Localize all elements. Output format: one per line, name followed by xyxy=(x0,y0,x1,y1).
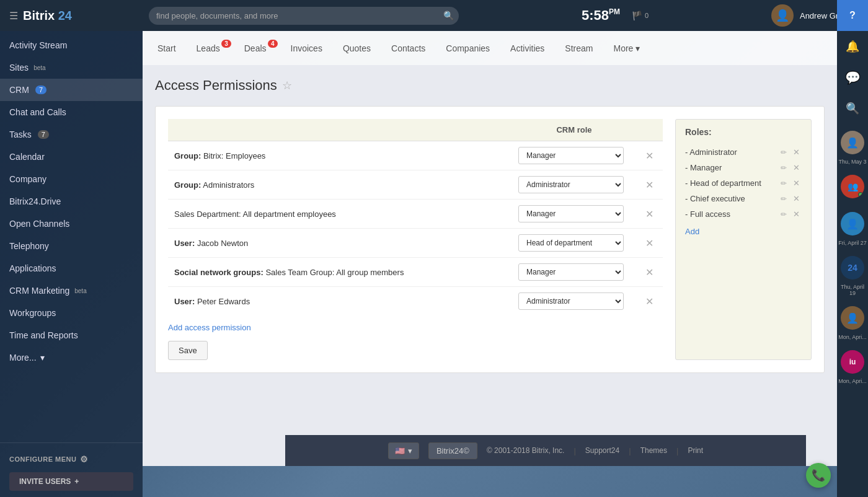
role-select-5[interactable]: Manager Administrator Head of department… xyxy=(518,263,624,281)
sidebar-item-open-channels[interactable]: Open Channels xyxy=(0,213,143,235)
phone-button[interactable]: 📞 xyxy=(806,463,831,488)
top-header: ☰ Bitrix 24 🔍 5:58PM 🏴 0 👤 Andrew Griffi… xyxy=(0,0,868,31)
header-center: 5:58PM 🏴 0 xyxy=(459,7,771,24)
save-button[interactable]: Save xyxy=(168,341,208,360)
remove-button-1[interactable]: ✕ xyxy=(642,149,657,163)
activity-item-2[interactable]: 👥 xyxy=(837,168,868,205)
remove-button-6[interactable]: ✕ xyxy=(642,294,657,309)
role-remove-button-1[interactable]: ✕ xyxy=(791,147,802,157)
remove-button-5[interactable]: ✕ xyxy=(642,265,657,279)
role-list-item-1: - Administrator ✏ ✕ xyxy=(685,144,802,160)
role-select-3[interactable]: Manager Administrator Head of department… xyxy=(518,205,624,222)
activity-date-4: Thu, April 19 xyxy=(837,284,868,296)
sidebar: Activity Stream Sites beta CRM 7 Chat an… xyxy=(0,31,143,497)
phone-icon: 📞 xyxy=(812,468,825,482)
nav-label-quotes: Quotes xyxy=(343,43,371,53)
role-edit-button-3[interactable]: ✏ xyxy=(779,178,789,188)
invite-users-button[interactable]: INVITE USERS + xyxy=(9,472,133,491)
sidebar-label-applications: Applications xyxy=(9,263,56,273)
search-button[interactable]: 🔍 xyxy=(443,11,454,20)
sidebar-item-bitrix-drive[interactable]: Bitrix24.Drive xyxy=(0,190,143,213)
nav-label-deals: Deals xyxy=(244,43,267,53)
nav-item-stream[interactable]: Stream xyxy=(556,38,601,58)
table-row: User: Jacob Newton Manager Administrator… xyxy=(168,229,663,258)
nav-item-activities[interactable]: Activities xyxy=(502,38,553,58)
remove-button-2[interactable]: ✕ xyxy=(642,178,657,192)
role-select-1[interactable]: Manager Administrator Head of department… xyxy=(518,147,624,164)
sidebar-label-chat-calls: Chat and Calls xyxy=(9,107,66,117)
sidebar-item-telephony[interactable]: Telephony xyxy=(0,235,143,257)
table-header-role: CRM role xyxy=(512,119,636,141)
notif-count: 0 xyxy=(645,12,649,19)
footer-support-link[interactable]: Support24 xyxy=(585,446,619,455)
role-select-4[interactable]: Manager Administrator Head of department… xyxy=(518,234,624,252)
add-permission-link[interactable]: Add access permission xyxy=(168,323,251,332)
role-edit-button-4[interactable]: ✏ xyxy=(779,194,789,204)
nav-item-leads[interactable]: Leads 3 xyxy=(188,38,232,58)
role-edit-button-1[interactable]: ✏ xyxy=(779,147,789,157)
role-edit-button-2[interactable]: ✏ xyxy=(779,163,789,173)
table-header-subject xyxy=(168,119,512,141)
nav-more-button[interactable]: More ▾ xyxy=(604,38,649,58)
notifications-icon-button[interactable]: 🔔 xyxy=(837,31,868,62)
activity-date-5: Mon, Apri... xyxy=(838,334,867,340)
activity-item-6[interactable]: iu Mon, Apri... xyxy=(837,343,868,387)
sidebar-item-workgroups[interactable]: Workgroups xyxy=(0,302,143,324)
sidebar-item-applications[interactable]: Applications xyxy=(0,257,143,279)
search-input[interactable] xyxy=(149,7,459,25)
configure-menu-button[interactable]: CONFIGURE MENU ⚙ xyxy=(9,449,133,469)
footer-themes-link[interactable]: Themes xyxy=(640,446,667,455)
sidebar-item-tasks[interactable]: Tasks 7 xyxy=(0,123,143,146)
permissions-table-area: CRM role Group: Bitrix: Employees xyxy=(168,119,663,360)
page-body: Access Permissions ☆ CRM role xyxy=(143,65,837,466)
permission-subject-3: Sales Department: All department employe… xyxy=(168,200,512,229)
sidebar-item-crm[interactable]: CRM 7 xyxy=(0,79,143,101)
role-remove-button-3[interactable]: ✕ xyxy=(791,178,802,188)
role-actions-3: ✏ ✕ xyxy=(779,178,802,188)
role-select-6[interactable]: Administrator Manager Head of department… xyxy=(518,292,624,310)
role-edit-button-5[interactable]: ✏ xyxy=(779,209,789,219)
page-title-text: Access Permissions xyxy=(155,77,277,94)
action-cell-2: ✕ xyxy=(636,170,663,200)
remove-button-4[interactable]: ✕ xyxy=(642,236,657,250)
user-avatar[interactable]: 👤 xyxy=(771,4,794,27)
role-remove-button-4[interactable]: ✕ xyxy=(791,193,802,204)
nav-item-start[interactable]: Start xyxy=(149,38,185,58)
activity-item-1[interactable]: 👤 Thu, May 3 xyxy=(837,124,868,168)
activity-item-4[interactable]: 24 Thu, April 19 xyxy=(837,249,868,299)
sidebar-item-chat-calls[interactable]: Chat and Calls xyxy=(0,101,143,123)
nav-item-quotes[interactable]: Quotes xyxy=(334,38,379,58)
favorite-star-icon[interactable]: ☆ xyxy=(282,79,292,92)
nav-item-contacts[interactable]: Contacts xyxy=(383,38,434,58)
activity-item-5[interactable]: 👤 Mon, Apri... xyxy=(837,299,868,343)
subject-name-1: Bitrix: Employees xyxy=(203,151,265,161)
subject-name-2: Administrators xyxy=(203,180,254,190)
search-wrap: 🔍 xyxy=(149,7,459,25)
sidebar-item-company[interactable]: Company xyxy=(0,168,143,190)
sidebar-item-calendar[interactable]: Calendar xyxy=(0,146,143,168)
hamburger-icon[interactable]: ☰ xyxy=(9,10,18,22)
search-bar-container: 🔍 xyxy=(149,7,459,25)
footer-flag-button[interactable]: 🇺🇸 ▾ xyxy=(388,442,419,459)
help-icon-button[interactable]: ? xyxy=(837,0,868,31)
search-icon-button[interactable]: 🔍 xyxy=(837,93,868,124)
role-label-1: - Administrator xyxy=(685,147,737,157)
role-remove-button-5[interactable]: ✕ xyxy=(791,209,802,219)
activity-item-3[interactable]: 👤 Fri, April 27 xyxy=(837,205,868,249)
chat-icon-button[interactable]: 💬 xyxy=(837,62,868,93)
sidebar-item-crm-marketing[interactable]: CRM Marketing beta xyxy=(0,279,143,302)
sidebar-item-time-reports[interactable]: Time and Reports xyxy=(0,324,143,346)
footer-bitrix-button[interactable]: Bitrix24© xyxy=(428,442,477,459)
nav-label-activities: Activities xyxy=(510,43,544,53)
footer-print-link[interactable]: Print xyxy=(688,446,703,455)
sidebar-item-more[interactable]: More... ▾ xyxy=(0,346,143,369)
remove-button-3[interactable]: ✕ xyxy=(642,207,657,221)
nav-item-invoices[interactable]: Invoices xyxy=(282,38,331,58)
sidebar-item-activity-stream[interactable]: Activity Stream xyxy=(0,34,143,56)
add-role-link[interactable]: Add xyxy=(685,227,802,236)
role-select-2[interactable]: Administrator Manager Head of department… xyxy=(518,176,624,193)
nav-item-companies[interactable]: Companies xyxy=(437,38,498,58)
role-remove-button-2[interactable]: ✕ xyxy=(791,162,802,173)
sidebar-item-sites[interactable]: Sites beta xyxy=(0,56,143,79)
nav-item-deals[interactable]: Deals 4 xyxy=(236,38,279,58)
